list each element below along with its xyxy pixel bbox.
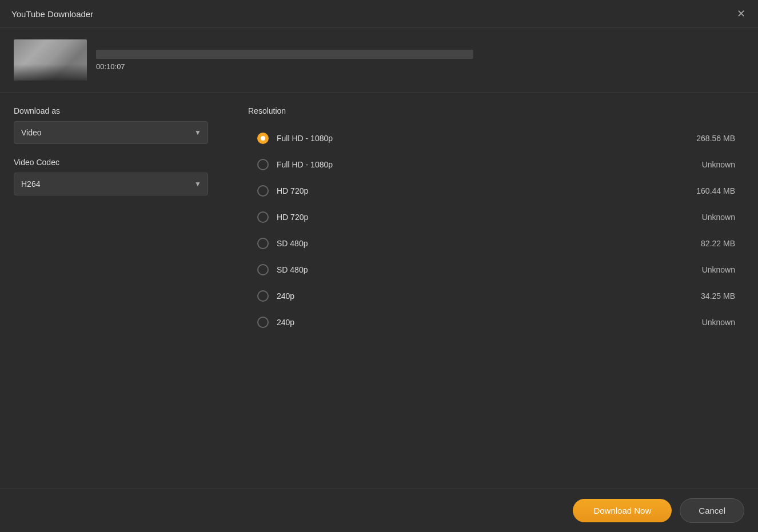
cancel-button[interactable]: Cancel: [680, 498, 744, 523]
resolution-item-7-left: 240p: [257, 290, 294, 302]
resolution-name-2: Full HD - 1080p: [277, 160, 333, 169]
resolution-item-4-left: HD 720p: [257, 211, 308, 223]
resolution-size-7: 34.25 MB: [701, 291, 735, 301]
resolution-radio-1: [257, 133, 269, 144]
resolution-name-5: SD 480p: [277, 239, 308, 248]
dialog-body: Download as Video Audio ▼ Video Codec H2…: [0, 93, 758, 489]
window-title: YouTube Downloader: [11, 9, 93, 19]
footer: Download Now Cancel: [0, 489, 758, 532]
main-content-area: 00:10:07 Download as Video Audio ▼: [0, 28, 758, 532]
resolution-size-4: Unknown: [702, 213, 735, 222]
resolution-radio-2: [257, 159, 269, 170]
resolution-item-5-left: SD 480p: [257, 238, 308, 249]
resolution-radio-8: [257, 317, 269, 328]
resolution-item-1[interactable]: Full HD - 1080p 268.56 MB: [248, 126, 744, 151]
resolution-item-5[interactable]: SD 480p 82.22 MB: [248, 231, 744, 256]
download-as-group: Download as Video Audio ▼: [14, 106, 225, 144]
resolution-item-3[interactable]: HD 720p 160.44 MB: [248, 178, 744, 203]
resolution-name-8: 240p: [277, 318, 294, 327]
resolution-size-1: 268.56 MB: [696, 134, 735, 143]
resolution-radio-4: [257, 211, 269, 223]
title-bar: YouTube Downloader ✕: [0, 0, 758, 28]
resolution-size-5: 82.22 MB: [701, 239, 735, 248]
video-codec-select[interactable]: H264 H265 VP9: [14, 173, 208, 195]
resolution-size-3: 160.44 MB: [696, 186, 735, 195]
resolution-item-8[interactable]: 240p Unknown: [248, 310, 744, 335]
download-as-select[interactable]: Video Audio: [14, 121, 208, 144]
resolution-item-2-left: Full HD - 1080p: [257, 159, 333, 170]
resolution-item-4[interactable]: HD 720p Unknown: [248, 205, 744, 230]
resolution-radio-3: [257, 185, 269, 197]
resolution-item-7[interactable]: 240p 34.25 MB: [248, 283, 744, 309]
video-info-section: 00:10:07: [0, 28, 758, 93]
resolution-radio-7: [257, 290, 269, 302]
resolution-item-8-left: 240p: [257, 317, 294, 328]
download-as-label: Download as: [14, 106, 225, 115]
resolution-name-4: HD 720p: [277, 213, 308, 222]
resolution-size-8: Unknown: [702, 318, 735, 327]
left-panel: Download as Video Audio ▼ Video Codec H2…: [14, 106, 225, 475]
resolution-list: Full HD - 1080p 268.56 MB Full HD - 1080…: [248, 126, 744, 335]
download-as-wrapper: Video Audio ▼: [14, 121, 208, 144]
resolution-name-1: Full HD - 1080p: [277, 134, 333, 143]
video-codec-group: Video Codec H264 H265 VP9 ▼: [14, 158, 225, 195]
video-thumbnail: [14, 39, 87, 81]
resolution-item-6[interactable]: SD 480p Unknown: [248, 257, 744, 282]
close-button[interactable]: ✕: [735, 8, 747, 19]
video-details: 00:10:07: [96, 50, 744, 71]
resolution-item-3-left: HD 720p: [257, 185, 308, 197]
resolution-radio-5: [257, 238, 269, 249]
thumbnail-image: [14, 39, 87, 81]
video-duration: 00:10:07: [96, 62, 744, 71]
resolution-panel: Resolution Full HD - 1080p 268.56 MB: [248, 106, 744, 475]
video-title-blurred: [96, 50, 473, 59]
resolution-name-6: SD 480p: [277, 265, 308, 274]
video-codec-wrapper: H264 H265 VP9 ▼: [14, 173, 208, 195]
resolution-size-6: Unknown: [702, 265, 735, 274]
resolution-label: Resolution: [248, 106, 744, 115]
app-window: YouTube Downloader ✕ 00:10:07 Download a…: [0, 0, 758, 532]
resolution-name-3: HD 720p: [277, 186, 308, 195]
resolution-name-7: 240p: [277, 291, 294, 301]
resolution-size-2: Unknown: [702, 160, 735, 169]
resolution-item-6-left: SD 480p: [257, 264, 308, 275]
download-now-button[interactable]: Download Now: [573, 499, 672, 522]
video-codec-label: Video Codec: [14, 158, 225, 167]
resolution-radio-6: [257, 264, 269, 275]
resolution-item-1-left: Full HD - 1080p: [257, 133, 333, 144]
resolution-item-2[interactable]: Full HD - 1080p Unknown: [248, 152, 744, 177]
